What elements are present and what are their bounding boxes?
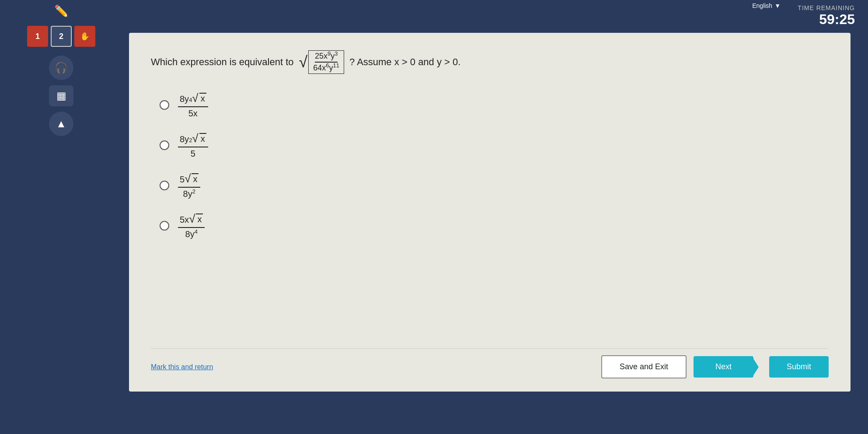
option-c-denominator: 8y2 [181,188,197,199]
sqrt-x-a: √x [192,91,206,105]
fraction-denominator: 64x6y11 [313,63,339,73]
chevron-down-icon[interactable]: ▼ [774,2,781,9]
language-selector[interactable]: English ▼ [752,2,781,9]
next-button[interactable]: Next [694,356,753,378]
fraction-numerator: 25x9y3 [315,52,338,63]
timer-value: 59:25 [798,11,855,28]
question-area: Which expression is equivalent to √ 25x9… [151,50,829,340]
question-prefix: Which expression is equivalent to [151,56,294,68]
answer-options: 8y4√x 5x 8y2√x 5 [160,91,829,239]
question-2-button[interactable]: 2 [51,26,72,47]
option-a-math: 8y4√x 5x [178,91,208,119]
option-b[interactable]: 8y2√x 5 [160,132,829,159]
timer-label: TIME REMAINING [798,4,855,11]
timer-area: TIME REMAINING 59:25 [798,4,855,28]
option-c-numerator: 5√x [178,172,200,188]
question-suffix: ? Assume x > 0 and y > 0. [349,56,460,68]
option-c-math: 5√x 8y2 [178,172,200,199]
option-a-denominator: 5x [187,107,199,119]
option-a-numerator: 8y4√x [178,91,208,107]
calculator-icon[interactable]: ▦ [49,85,73,106]
cursor-tool-button[interactable]: ✋ [74,26,95,47]
headset-icon[interactable]: 🎧 [49,56,73,80]
question-text: Which expression is equivalent to √ 25x9… [151,50,829,74]
radio-a[interactable] [160,100,169,110]
sidebar: ✏️ 1 2 ✋ 🎧 ▦ ▲ [0,0,122,434]
sqrt-x-c: √x [185,172,199,186]
option-d[interactable]: 5x√x 8y4 [160,212,829,239]
arrow-up-icon[interactable]: ▲ [49,112,73,136]
option-b-math: 8y2√x 5 [178,132,208,159]
pencil-icon[interactable]: ✏️ [54,4,68,18]
option-b-denominator: 5 [189,147,197,159]
radio-b[interactable] [160,140,169,150]
main-content: Which expression is equivalent to √ 25x9… [129,33,851,392]
option-c[interactable]: 5√x 8y2 [160,172,829,199]
option-a[interactable]: 8y4√x 5x [160,91,829,119]
radio-d[interactable] [160,221,169,231]
radio-c[interactable] [160,181,169,190]
bottom-bar: Mark this and return Save and Exit Next … [151,348,829,378]
option-d-math: 5x√x 8y4 [178,212,205,239]
mark-return-link[interactable]: Mark this and return [151,363,213,371]
option-d-numerator: 5x√x [178,212,205,228]
sqrt-x-b: √x [192,132,206,145]
save-exit-button[interactable]: Save and Exit [601,355,687,378]
bottom-buttons: Save and Exit Next Submit [601,355,829,378]
submit-button[interactable]: Submit [769,356,829,378]
math-expression: √ 25x9y3 64x6y11 [299,50,345,74]
option-b-numerator: 8y2√x [178,132,208,147]
sqrt-x-d: √x [189,212,203,226]
fraction: 25x9y3 64x6y11 [308,50,344,74]
language-label: English [752,2,772,9]
option-d-denominator: 8y4 [184,228,199,239]
question-1-button[interactable]: 1 [27,26,48,47]
sqrt-symbol: √ [299,54,308,70]
question-nav-buttons: 1 2 ✋ [27,26,95,47]
